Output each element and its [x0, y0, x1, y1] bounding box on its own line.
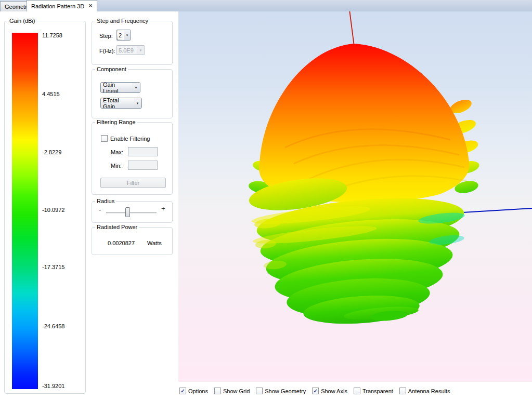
gain-legend-group: Gain (dBi) 11.7258 4.4515 -2.8229 -10.09… — [4, 21, 86, 394]
radiation-pattern-3d-viewport[interactable] — [178, 11, 532, 382]
step-frequency-group: Step and Frequency Step: 2 ▼ F(Hz): 5.0E… — [92, 21, 173, 65]
gain-legend-title: Gain (dBi) — [8, 18, 37, 24]
options-checkmark: ✓ — [180, 389, 185, 394]
gain-tick-6: -31.9201 — [42, 383, 85, 389]
tab-radiation-pattern-3d[interactable]: Radiation Pattern 3D ✕ — [27, 0, 97, 11]
show-axis-label: Show Axis — [321, 388, 347, 394]
gain-tick-1: 4.4515 — [42, 91, 85, 97]
filtering-range-group: Filtering Range Enable Filtering Max: Mi… — [92, 122, 173, 195]
radius-title: Radius — [95, 198, 116, 204]
gain-tick-2: -2.8229 — [42, 149, 85, 155]
max-input[interactable] — [128, 147, 158, 156]
radius-group: Radius - + — [92, 201, 173, 223]
frequency-dropdown: 5.0E9 ▼ — [116, 45, 145, 55]
gain-tick-0: 11.7258 — [42, 32, 85, 38]
show-axis-checkmark: ✓ — [313, 389, 317, 394]
option-transparent[interactable]: Transparent — [354, 388, 393, 394]
step-value: 2 — [116, 30, 124, 40]
radiated-power-title: Radiated Power — [95, 224, 139, 230]
radius-slider-track[interactable] — [106, 212, 157, 214]
enable-filtering-label: Enable Filtering — [110, 136, 150, 142]
transparent-checkbox[interactable] — [354, 388, 360, 394]
radiated-power-group: Radiated Power 0.0020827 Watts — [92, 227, 173, 255]
radiated-power-value: 0.0020827 — [108, 240, 135, 246]
chevron-down-icon: ▼ — [134, 98, 141, 108]
gain-type-value: Gain Lineal — [101, 83, 132, 92]
chevron-down-icon: ▼ — [132, 83, 140, 92]
gain-type-dropdown[interactable]: Gain Lineal ▼ — [100, 82, 140, 93]
component-title: Component — [95, 66, 128, 72]
options-checkbox[interactable]: ✓ — [179, 388, 186, 394]
view-options-bar: ✓ Options Show Grid Show Geometry ✓ Show… — [179, 388, 450, 394]
field-component-value: ETotal Gain — [101, 98, 134, 108]
transparent-label: Transparent — [362, 388, 393, 394]
chevron-down-icon: ▼ — [124, 30, 131, 40]
option-options[interactable]: ✓ Options — [179, 388, 208, 394]
antenna-results-checkbox[interactable] — [399, 388, 406, 394]
tab-bar: Geometry Radiation Pattern 3D ✕ — [0, 0, 532, 11]
option-show-grid[interactable]: Show Grid — [214, 388, 250, 394]
component-group: Component Gain Lineal ▼ ETotal Gain ▼ — [92, 69, 173, 118]
options-label: Options — [188, 388, 208, 394]
close-tab-icon[interactable]: ✕ — [88, 4, 93, 8]
min-input[interactable] — [128, 161, 158, 170]
step-frequency-title: Step and Frequency — [95, 18, 150, 24]
min-label: Min: — [111, 163, 122, 169]
freq-label: F(Hz): — [99, 48, 115, 54]
tab-radiation-label: Radiation Pattern 3D — [31, 3, 84, 9]
show-axis-checkbox[interactable]: ✓ — [312, 388, 319, 394]
frequency-value: 5.0E9 — [116, 46, 137, 55]
gain-tick-4: -17.3715 — [42, 264, 85, 270]
field-component-dropdown[interactable]: ETotal Gain ▼ — [100, 98, 142, 109]
radius-plus-label: + — [161, 205, 165, 212]
filtering-range-title: Filtering Range — [95, 119, 137, 125]
gain-tick-5: -24.6458 — [42, 323, 85, 329]
step-label: Step: — [99, 33, 113, 39]
radius-minus-label: - — [99, 206, 101, 214]
antenna-results-label: Antenna Results — [408, 388, 450, 394]
option-antenna-results[interactable]: Antenna Results — [399, 388, 450, 394]
enable-filtering-checkbox[interactable] — [101, 135, 108, 142]
filter-button[interactable]: Filter — [100, 178, 166, 188]
show-geometry-label: Show Geometry — [265, 388, 306, 394]
option-show-axis[interactable]: ✓ Show Axis — [312, 388, 347, 394]
show-grid-label: Show Grid — [223, 388, 250, 394]
gain-colorbar — [12, 33, 38, 389]
gain-tick-3: -10.0972 — [42, 207, 85, 213]
radius-slider-thumb[interactable] — [125, 207, 130, 217]
step-dropdown[interactable]: 2 ▼ — [116, 30, 131, 41]
option-show-geometry[interactable]: Show Geometry — [256, 388, 306, 394]
chevron-down-icon: ▼ — [137, 46, 145, 55]
radiated-power-unit: Watts — [147, 240, 162, 246]
show-grid-checkbox[interactable] — [214, 388, 221, 394]
filter-button-label: Filter — [127, 180, 139, 186]
max-label: Max: — [111, 149, 123, 155]
show-geometry-checkbox[interactable] — [256, 388, 263, 394]
app-window: Geometry Radiation Pattern 3D ✕ Gain (dB… — [0, 0, 532, 400]
radiation-pattern-3d-canvas — [178, 11, 532, 382]
